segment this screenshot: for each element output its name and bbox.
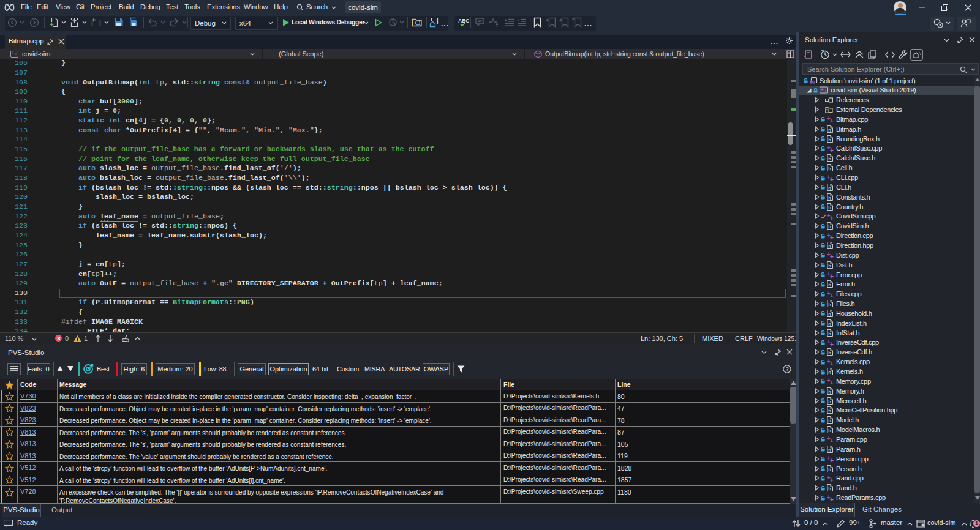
svg-text:h: h — [828, 428, 831, 433]
svg-text:h: h — [828, 205, 831, 211]
svg-text:ABC: ABC — [458, 18, 469, 24]
svg-text:h: h — [828, 263, 831, 269]
svg-text:h: h — [828, 408, 831, 414]
svg-text:h: h — [828, 195, 831, 201]
svg-text:h: h — [828, 486, 831, 491]
svg-text:h: h — [828, 302, 831, 307]
svg-text:h: h — [828, 224, 831, 230]
svg-text:h: h — [828, 127, 831, 133]
svg-text:h: h — [828, 389, 831, 395]
svg-text:+: + — [824, 88, 827, 94]
svg-text:h: h — [828, 350, 831, 356]
svg-text:h: h — [828, 399, 831, 405]
svg-text:h: h — [828, 331, 831, 337]
svg-text:h: h — [828, 370, 831, 375]
svg-text:?: ? — [786, 366, 789, 372]
svg-text:h: h — [828, 467, 831, 472]
svg-text:h: h — [828, 185, 831, 191]
svg-text:h: h — [828, 321, 831, 327]
svg-text:h: h — [828, 137, 831, 143]
svg-text:h: h — [828, 312, 831, 317]
svg-text:h: h — [828, 282, 831, 288]
svg-text:h: h — [828, 156, 831, 162]
svg-text:h: h — [828, 244, 831, 249]
svg-text:h: h — [828, 418, 831, 424]
svg-text:h: h — [828, 447, 831, 453]
svg-text:h: h — [828, 166, 831, 171]
